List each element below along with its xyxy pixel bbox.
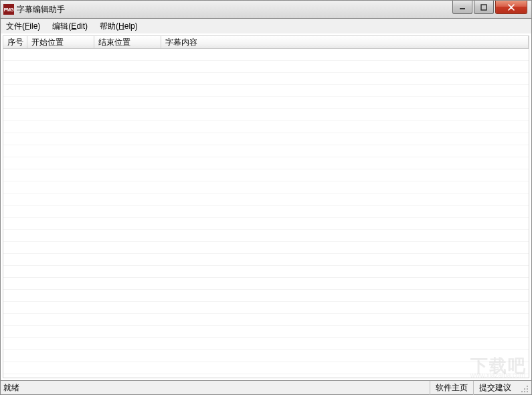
svg-rect-0 [460,8,465,9]
menu-edit-prefix: 编辑( [52,21,71,31]
menu-help-mnemonic: H [118,21,124,31]
status-homepage-link[interactable]: 软件主页 [430,381,473,395]
column-header-end[interactable]: 结束位置 [94,36,161,48]
menu-file-suffix: ile) [29,21,40,31]
resize-grip-icon[interactable] [518,382,529,393]
status-bar: 就绪 软件主页 提交建议 [0,380,532,395]
window-controls [452,1,531,14]
svg-point-7 [527,391,528,392]
column-header-content[interactable]: 字幕内容 [161,36,529,48]
menu-help[interactable]: 帮助(Help) [97,19,141,33]
svg-point-3 [524,388,525,390]
maximize-button[interactable] [474,1,494,14]
menu-edit-suffix: dit) [76,21,88,31]
svg-point-4 [527,388,528,390]
status-ready: 就绪 [3,382,430,394]
title-bar: PMG 字幕编辑助手 [0,0,532,19]
svg-rect-1 [481,5,486,10]
menu-file-prefix: 文件( [6,21,25,31]
close-button[interactable] [495,1,527,14]
status-feedback-link[interactable]: 提交建议 [473,381,517,395]
svg-point-6 [524,391,525,392]
menu-bar: 文件(File) 编辑(Edit) 帮助(Help) [0,19,532,33]
menu-help-prefix: 帮助( [100,21,118,31]
app-icon: PMG [3,4,14,15]
column-header-start[interactable]: 开始位置 [27,36,94,48]
svg-point-5 [521,391,523,392]
table-header: 序号 开始位置 结束位置 字幕内容 [3,35,529,49]
window-title: 字幕编辑助手 [17,4,65,15]
column-header-seq[interactable]: 序号 [3,36,27,48]
client-area: 序号 开始位置 结束位置 字幕内容 [0,33,532,380]
table-body[interactable] [3,49,529,378]
menu-file[interactable]: 文件(File) [3,19,43,33]
menu-edit[interactable]: 编辑(Edit) [50,19,90,33]
svg-point-2 [527,386,528,387]
menu-help-suffix: elp) [124,21,138,31]
minimize-button[interactable] [452,1,472,14]
